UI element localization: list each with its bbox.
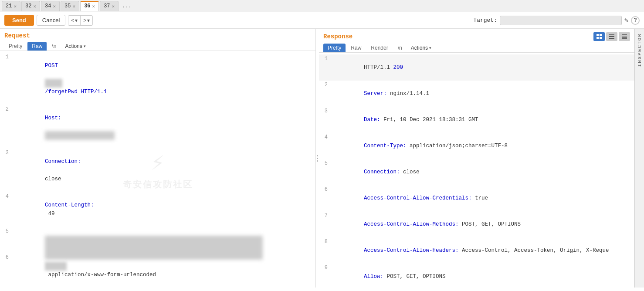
- request-tab-newline[interactable]: \n: [47, 42, 61, 51]
- request-title: Request: [0, 29, 315, 41]
- actions-label: Actions: [65, 43, 82, 49]
- svg-rect-3: [600, 37, 602, 39]
- response-view-buttons: [593, 32, 630, 41]
- request-code-area[interactable]: 1 POST /forgetPwd HTTP/1.1 2 Host:: [0, 51, 315, 288]
- tab-32[interactable]: 32 ✕: [21, 1, 40, 11]
- response-line-4: 4 Content-Type: application/json;charset…: [319, 133, 634, 159]
- edit-icon[interactable]: ✎: [624, 16, 628, 24]
- tab-36[interactable]: 36 ✕: [80, 1, 99, 11]
- nav-prev-button[interactable]: < ▾: [68, 16, 81, 25]
- response-line-1: 1 HTTP/1.1 200: [319, 54, 634, 81]
- request-tab-raw[interactable]: Raw: [27, 42, 47, 51]
- svg-rect-4: [609, 34, 614, 35]
- help-icon[interactable]: ?: [631, 16, 640, 25]
- response-line-9: 9 Allow: POST, GET, OPTIONS: [319, 264, 634, 288]
- tab-34[interactable]: 34 ✕: [41, 1, 60, 11]
- request-line-1: 1 POST /forgetPwd HTTP/1.1: [0, 53, 315, 105]
- main-content: Request Pretty Raw \n Actions ▾ 1 POST /…: [0, 29, 644, 288]
- grid-icon: [596, 34, 602, 40]
- view-compact-button[interactable]: [619, 32, 630, 41]
- svg-rect-10: [622, 38, 627, 39]
- tab-32-close[interactable]: ✕: [33, 3, 36, 9]
- svg-rect-0: [597, 34, 599, 36]
- toolbar: Send Cancel < ▾ > ▾ Target: ✎ ?: [0, 12, 644, 29]
- svg-rect-7: [622, 34, 627, 35]
- cancel-button[interactable]: Cancel: [37, 15, 65, 26]
- view-grid-button[interactable]: [593, 32, 605, 41]
- tab-36-label: 36: [84, 3, 90, 9]
- tab-35-close[interactable]: ✕: [73, 3, 76, 9]
- svg-rect-9: [622, 37, 627, 38]
- request-line-4: 4 Content-Length: 49: [0, 192, 315, 227]
- nav-buttons: < ▾ > ▾: [68, 15, 93, 26]
- inspector-label[interactable]: INSPECTOR: [637, 33, 642, 67]
- tab-34-label: 34: [45, 3, 51, 9]
- panel-divider: [316, 29, 319, 288]
- chevron-right-icon: >: [83, 17, 86, 24]
- response-tabs: Pretty Raw Render \n Actions ▾: [319, 43, 634, 53]
- actions-chevron-icon: ▾: [84, 44, 86, 48]
- svg-rect-2: [597, 37, 599, 39]
- tab-21-close[interactable]: ✕: [14, 3, 17, 9]
- svg-rect-1: [600, 34, 602, 36]
- tab-37-label: 37: [104, 3, 110, 9]
- response-actions-button[interactable]: Actions ▾: [407, 44, 435, 52]
- tab-36-close[interactable]: ✕: [92, 3, 95, 9]
- request-tab-pretty[interactable]: Pretty: [4, 42, 27, 51]
- request-actions-button[interactable]: Actions ▾: [61, 42, 89, 51]
- nav-next-arrow: ▾: [87, 17, 90, 24]
- response-tab-raw[interactable]: Raw: [346, 44, 366, 52]
- target-area: Target: ✎ ?: [473, 16, 640, 25]
- response-line-7: 7 Access-Control-Allow-Methods: POST, GE…: [319, 211, 634, 237]
- tab-34-close[interactable]: ✕: [53, 3, 56, 9]
- tab-21-label: 21: [6, 3, 12, 9]
- tab-32-label: 32: [25, 3, 31, 9]
- tab-more[interactable]: ...: [119, 2, 134, 10]
- svg-rect-5: [609, 36, 614, 37]
- response-tab-render[interactable]: Render: [366, 44, 392, 52]
- svg-rect-6: [609, 38, 614, 39]
- nav-prev-arrow: ▾: [75, 17, 78, 24]
- response-line-6: 6 Access-Control-Allow-Credentials: true: [319, 185, 634, 211]
- response-line-5: 5 Connection: close: [319, 159, 634, 185]
- inspector-sidebar[interactable]: INSPECTOR: [634, 29, 644, 288]
- request-panel: Request Pretty Raw \n Actions ▾ 1 POST /…: [0, 29, 316, 288]
- nav-next-button[interactable]: > ▾: [81, 16, 92, 25]
- request-line-5: 5: [0, 227, 315, 253]
- response-actions-label: Actions: [411, 45, 428, 51]
- response-header-row: Response: [319, 29, 634, 43]
- compact-icon: [621, 34, 627, 40]
- tab-37-close[interactable]: ✕: [112, 3, 115, 9]
- response-tab-newline[interactable]: \n: [393, 44, 407, 52]
- view-lines-button[interactable]: [606, 32, 617, 41]
- response-line-2: 2 Server: nginx/1.14.1: [319, 81, 634, 107]
- send-button[interactable]: Send: [4, 15, 34, 26]
- tab-37[interactable]: 37 ✕: [100, 1, 119, 11]
- response-line-3: 3 Date: Fri, 10 Dec 2021 18:38:31 GMT: [319, 107, 634, 133]
- response-line-8: 8 Access-Control-Allow-Headers: Access-C…: [319, 237, 634, 264]
- svg-rect-8: [622, 36, 627, 37]
- response-code-area[interactable]: 1 HTTP/1.1 200 2 Server: nginx/1.14.1 3 …: [319, 53, 634, 288]
- lines-icon: [609, 34, 615, 40]
- request-line-2: 2 Host:: [0, 105, 315, 149]
- target-label: Target:: [473, 17, 497, 24]
- target-input[interactable]: [500, 16, 622, 25]
- response-actions-chevron-icon: ▾: [429, 46, 431, 50]
- tab-35[interactable]: 35 ✕: [61, 1, 79, 11]
- response-panel: Response: [319, 29, 634, 288]
- chevron-left-icon: <: [71, 17, 74, 24]
- tab-35-label: 35: [64, 3, 71, 9]
- response-tab-pretty[interactable]: Pretty: [323, 44, 346, 52]
- request-line-3: 3 Connection: close: [0, 149, 315, 192]
- tab-bar: 21 ✕ 32 ✕ 34 ✕ 35 ✕ 36 ✕ 37 ✕ ...: [0, 0, 644, 12]
- tab-21[interactable]: 21 ✕: [2, 1, 20, 11]
- request-tabs: Pretty Raw \n Actions ▾: [0, 41, 315, 51]
- response-title: Response: [323, 33, 593, 40]
